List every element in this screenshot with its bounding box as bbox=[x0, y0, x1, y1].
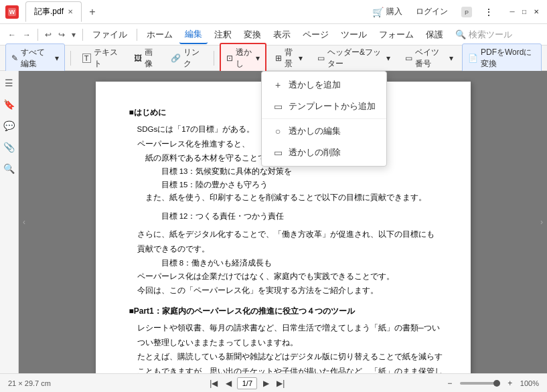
watermark-button[interactable]: ⊡ 透かし ▾ bbox=[220, 43, 267, 74]
first-page-button[interactable]: |◀ bbox=[208, 377, 220, 389]
title-bar-right: 🛒 購入 ログイン P ⋮ ─ □ ✕ bbox=[368, 5, 542, 19]
pdf-line4: 目標 13：気候変動に具体的な対策を bbox=[161, 165, 444, 179]
menu-protect[interactable]: 保護 bbox=[420, 26, 449, 43]
profile-icon[interactable]: P bbox=[457, 5, 476, 19]
next-page-arrow[interactable]: › bbox=[536, 217, 547, 227]
sidebar-bookmark-icon[interactable]: 🔖 bbox=[3, 98, 16, 111]
zoom-controls: − + 100% bbox=[444, 377, 539, 389]
menu-separator-2 bbox=[82, 29, 83, 41]
template-icon: ▭ bbox=[272, 101, 283, 112]
window-close-button[interactable]: ✕ bbox=[531, 7, 542, 17]
background-icon: ⊞ bbox=[275, 54, 282, 63]
menu-edit[interactable]: 編集 bbox=[179, 25, 208, 44]
delete-watermark-item[interactable]: ▭ 透かしの削除 bbox=[262, 142, 386, 163]
app-icon: W bbox=[5, 5, 19, 19]
page-num-dropdown-icon: ▾ bbox=[449, 54, 453, 63]
add-watermark-item[interactable]: + 透かしを追加 bbox=[262, 74, 386, 96]
status-bar: 21 × 29.7 cm |◀ ◀ ▶ ▶| − + 100% bbox=[0, 373, 547, 392]
dropdown-arrow[interactable]: ▾ bbox=[69, 29, 78, 41]
prev-page-button[interactable]: ◀ bbox=[222, 377, 234, 389]
zoom-slider[interactable] bbox=[460, 382, 500, 385]
menu-search-tools[interactable]: 🔍 検索ツール bbox=[450, 26, 518, 43]
menu-annotation[interactable]: 注釈 bbox=[209, 26, 237, 43]
login-label: ログイン bbox=[416, 6, 448, 17]
pdf-line10: 目標 8：働きがいも経済成長も bbox=[161, 257, 444, 270]
zoom-thumb[interactable] bbox=[493, 380, 500, 387]
more-button[interactable]: ⋮ bbox=[481, 5, 496, 19]
login-button[interactable]: ログイン bbox=[412, 5, 452, 19]
edit-watermark-item[interactable]: ○ 透かしの編集 bbox=[262, 120, 386, 142]
zoom-in-button[interactable]: + bbox=[504, 377, 516, 389]
menu-view[interactable]: 表示 bbox=[268, 26, 296, 43]
all-edit-button[interactable]: ✎ すべて編集 ▾ bbox=[5, 43, 65, 73]
last-page-button[interactable]: ▶| bbox=[275, 377, 287, 389]
menu-separator-1 bbox=[37, 29, 38, 41]
sidebar-page-icon[interactable]: ☰ bbox=[3, 76, 16, 90]
svg-text:W: W bbox=[9, 9, 15, 15]
menu-file[interactable]: ファイル bbox=[87, 26, 133, 43]
svg-text:P: P bbox=[465, 9, 469, 16]
text-button[interactable]: T テキスト bbox=[76, 43, 125, 73]
prev-page-arrow[interactable]: ‹ bbox=[19, 217, 29, 227]
header-footer-button[interactable]: ▭ ヘッダー&フッター ▾ bbox=[311, 43, 396, 73]
toolbar: ✎ すべて編集 ▾ T テキスト 🖼 画像 🔗 リンク ⊡ 透かし ▾ ⊞ 背景… bbox=[0, 45, 547, 71]
sidebar-comment-icon[interactable]: 💬 bbox=[3, 119, 16, 132]
add-from-template-item[interactable]: ▭ テンプレートから追加 bbox=[262, 96, 386, 117]
sidebar-search-icon[interactable]: 🔍 bbox=[3, 162, 16, 175]
next-page-button[interactable]: ▶ bbox=[260, 377, 272, 389]
image-button[interactable]: 🖼 画像 bbox=[128, 43, 163, 73]
page-num-button[interactable]: ▭ ベイツ番号 ▾ bbox=[399, 43, 459, 73]
background-button[interactable]: ⊞ 背景 ▾ bbox=[269, 43, 309, 73]
pdf-line16: こともできますが、思い出のチケットや子供が描いた作品など、「紙」のまま保管して bbox=[137, 365, 444, 373]
zoom-out-button[interactable]: − bbox=[444, 377, 456, 389]
zoom-label: 100% bbox=[520, 379, 539, 387]
dimensions-label: 21 × 29.7 cm bbox=[8, 379, 51, 387]
pdf-line15: たとえば、購読している新聞や雑誌などはデジタル版に切り替えることで紙を減らす bbox=[137, 351, 444, 364]
undo-button[interactable]: ↩ bbox=[42, 29, 54, 41]
section2-heading: ■Part1：家庭内のペーパーレス化の推進に役立つ４つのツール bbox=[129, 304, 444, 318]
page-input[interactable] bbox=[237, 377, 257, 389]
menu-tools[interactable]: ツール bbox=[335, 26, 372, 43]
menu-separator-3 bbox=[137, 29, 137, 41]
pdf-line12: 今回は、この「ペーパーレス化」を実現する方法をご紹介します。 bbox=[137, 284, 444, 298]
tab-add-button[interactable]: + bbox=[84, 4, 100, 20]
page-num-icon: ▭ bbox=[405, 54, 412, 63]
search-tools-icon: 🔍 bbox=[455, 29, 466, 39]
left-sidebar: ☰ 🔖 💬 📎 🔍 bbox=[0, 71, 19, 373]
tab-area: 記事.pdf ✕ + bbox=[25, 1, 100, 22]
menu-form[interactable]: フォーム bbox=[374, 26, 419, 43]
pdf-line14: つい整理しないままたまってしまいますね。 bbox=[137, 336, 444, 350]
cart-icon: 🛒 bbox=[372, 7, 384, 17]
header-footer-icon: ▭ bbox=[317, 54, 325, 63]
buy-label: 購入 bbox=[386, 6, 402, 17]
edit-icon: ○ bbox=[272, 126, 283, 136]
redo-button[interactable]: ↪ bbox=[56, 29, 68, 41]
title-bar-left: W 記事.pdf ✕ + bbox=[5, 1, 100, 22]
pdf-to-word-button[interactable]: 📄 PDFをWordに変換 bbox=[462, 43, 542, 73]
menu-page[interactable]: ページ bbox=[297, 26, 334, 43]
tab-close-button[interactable]: ✕ bbox=[68, 8, 73, 15]
menu-home[interactable]: ホーム bbox=[141, 26, 178, 43]
sidebar-attachment-icon[interactable]: 📎 bbox=[3, 140, 16, 154]
image-icon: 🖼 bbox=[134, 54, 142, 63]
pdf-word-icon: 📄 bbox=[468, 54, 478, 63]
watermark-dropdown-icon: ▾ bbox=[256, 54, 260, 63]
delete-icon: ▭ bbox=[272, 147, 283, 158]
tab-item[interactable]: 記事.pdf ✕ bbox=[25, 1, 82, 22]
pdf-line13: レシートや領収書、毎月の請求書など、日常生活で増えてしまう「紙」の書類─つい bbox=[137, 322, 444, 335]
background-dropdown-icon: ▾ bbox=[299, 54, 303, 63]
buy-button[interactable]: 🛒 購入 bbox=[368, 5, 406, 19]
menu-bar: ← → ↩ ↪ ▾ ファイル ホーム 編集 注釈 変換 表示 ページ ツール フ… bbox=[0, 24, 547, 45]
menu-convert[interactable]: 変換 bbox=[238, 26, 266, 43]
back-button[interactable]: ← bbox=[5, 29, 19, 41]
minimize-button[interactable]: ─ bbox=[507, 7, 518, 17]
page-navigation: |◀ ◀ ▶ ▶| bbox=[56, 377, 439, 389]
maximize-button[interactable]: □ bbox=[519, 7, 530, 17]
tab-title: 記事.pdf bbox=[34, 6, 64, 17]
pdf-line8: さらに、紙をデジタル化することで、「働き方改革」が促進され、以下の目標にも bbox=[137, 228, 444, 241]
add-icon: + bbox=[272, 80, 283, 90]
pdf-line5: 目標 15：陸の豊かさも守ろう bbox=[161, 179, 444, 192]
forward-button[interactable]: → bbox=[20, 29, 33, 41]
title-bar: W 記事.pdf ✕ + 🛒 購入 ログイン P ⋮ ─ □ ✕ bbox=[0, 0, 547, 24]
link-button[interactable]: 🔗 リンク bbox=[165, 43, 208, 73]
